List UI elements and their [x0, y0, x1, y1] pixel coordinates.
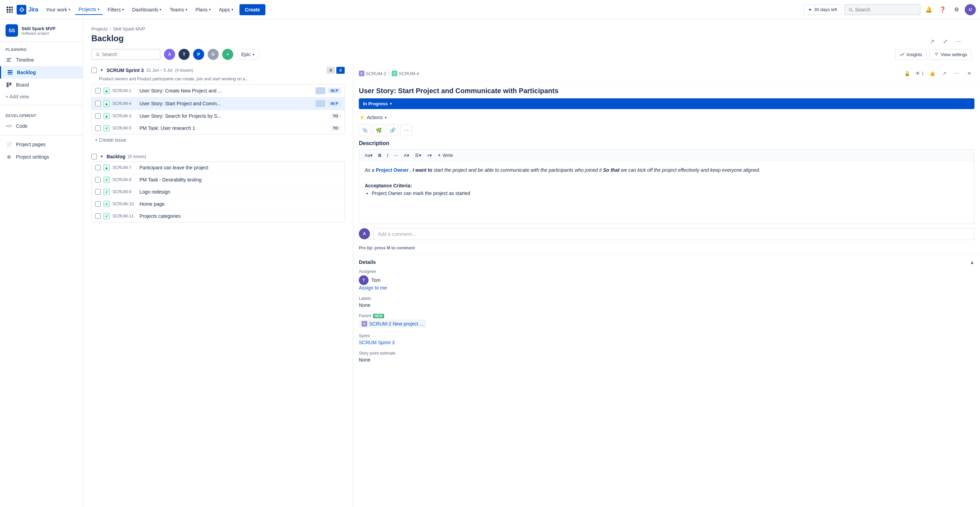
avatar-filter-4[interactable]: G — [208, 49, 219, 60]
sidebar-item-project-pages[interactable]: 📄 Project pages — [0, 138, 83, 151]
more-options-icon[interactable]: ⋯ — [953, 36, 963, 46]
close-icon[interactable]: ✕ — [964, 68, 974, 79]
nav-apps[interactable]: Apps ▾ — [216, 5, 237, 14]
avatar-filter-3[interactable]: P — [193, 49, 204, 60]
issue-checkbox[interactable] — [95, 213, 101, 219]
assign-to-me-button[interactable]: Assign to me — [359, 285, 974, 290]
breadcrumb-project-link[interactable]: Skill Spark MVP — [113, 26, 145, 32]
sidebar-item-board[interactable]: Board — [0, 79, 83, 91]
nav-filters[interactable]: Filters ▾ — [104, 5, 127, 14]
jira-logo-icon — [17, 5, 26, 14]
parent-issue-badge[interactable]: E SCRUM-2 New project ... — [359, 320, 426, 328]
more-icon[interactable]: ⋯ — [951, 68, 962, 79]
project-owner-link[interactable]: Project Owner — [376, 167, 409, 173]
issue-checkbox[interactable] — [95, 177, 101, 182]
global-search-bar[interactable] — [844, 4, 921, 15]
parent-label: Parent NEW — [359, 313, 974, 318]
list-button[interactable]: ☰▾ — [413, 152, 423, 159]
sidebar-item-timeline[interactable]: Timeline — [0, 54, 83, 66]
table-row[interactable]: ✓ SCRUM-8 PM Task - Desirability testing — [92, 174, 344, 186]
more-format-button[interactable]: ⋯ — [392, 152, 400, 159]
create-sprint-issue-button[interactable]: + Create issue — [91, 134, 345, 145]
avatar-filter-2[interactable]: T — [178, 49, 189, 60]
expand-icon[interactable]: ⤢ — [940, 36, 950, 46]
table-row[interactable]: ▲ SCRUM-3 User Story: Search for Project… — [92, 110, 344, 122]
table-row[interactable]: ▲ SCRUM-4 User Story: Start Project and … — [92, 97, 344, 110]
issue-checkbox[interactable] — [95, 101, 101, 106]
sprint-dates: 21 Jun – 5 Jul — [146, 68, 172, 73]
details-collapse-button[interactable]: ▲ — [970, 259, 974, 265]
search-input[interactable] — [855, 7, 916, 13]
nav-teams[interactable]: Teams ▾ — [166, 5, 190, 14]
backlog-search-bar[interactable] — [91, 49, 161, 60]
sidebar-divider-2 — [0, 135, 83, 136]
attachment-icon[interactable]: 📎 — [359, 124, 371, 136]
italic-button[interactable]: I — [385, 152, 390, 159]
actions-row[interactable]: ⚡ Actions ▾ — [353, 113, 980, 124]
ai-write-button[interactable]: ✦ Write — [435, 152, 455, 159]
create-button[interactable]: Create — [239, 4, 266, 15]
status-button[interactable]: In Progress ▾ — [359, 98, 974, 109]
insights-button[interactable]: Insights — [895, 49, 927, 60]
backlog-checkbox[interactable] — [91, 154, 97, 159]
grid-menu-icon[interactable] — [4, 4, 15, 15]
breadcrumb-scrum4[interactable]: S SCRUM-4 — [392, 71, 419, 76]
comment-input[interactable]: Add a comment... — [373, 228, 974, 240]
sidebar-project-header[interactable]: SS Skill Spark MVP Software project — [0, 19, 83, 42]
add-view-button[interactable]: + Add view — [0, 91, 83, 102]
trial-badge[interactable]: ✦ 30 days left — [803, 5, 842, 15]
avatar-filter-5[interactable]: + — [222, 49, 233, 60]
parent-value[interactable]: SCRUM-2 New project ... — [369, 321, 423, 327]
issue-checkbox[interactable] — [95, 88, 101, 94]
table-row[interactable]: ✓ SCRUM-11 Projects categories — [92, 210, 344, 222]
table-row[interactable]: ▲ SCRUM-1 User Story: Create New Project… — [92, 84, 344, 97]
epic-filter-button[interactable]: Epic ▾ — [237, 49, 259, 59]
editor-content[interactable]: As a Project Owner , I want to start the… — [359, 161, 974, 224]
watch-icon[interactable]: 👁 1 — [914, 68, 924, 79]
user-avatar[interactable]: U — [965, 4, 976, 15]
bold-button[interactable]: B — [376, 152, 383, 159]
share-icon[interactable]: ↗ — [927, 36, 937, 46]
sprint-value[interactable]: SCRUM Sprint 3 — [359, 340, 974, 345]
child-issues-icon[interactable]: 🌿 — [373, 124, 385, 136]
sidebar-item-backlog[interactable]: Backlog — [0, 66, 83, 79]
view-settings-button[interactable]: View settings — [929, 49, 972, 60]
issue-checkbox[interactable] — [95, 125, 101, 131]
lock-icon[interactable]: 🔒 — [902, 68, 912, 79]
text-color-button[interactable]: A▾ — [402, 152, 412, 159]
link-icon[interactable]: 🔗 — [387, 124, 398, 136]
settings-button[interactable]: ⚙ — [951, 4, 962, 15]
insert-button[interactable]: +▾ — [425, 152, 434, 159]
share-icon[interactable]: ↗ — [939, 68, 950, 79]
notifications-button[interactable]: 🔔 — [923, 4, 934, 15]
paragraph-format-button[interactable]: Aa▾ — [363, 152, 375, 159]
jira-logo[interactable]: Jira — [17, 5, 38, 14]
nav-dashboards[interactable]: Dashboards ▾ — [129, 5, 165, 14]
table-row[interactable]: ✓ SCRUM-9 Logo redesign — [92, 186, 344, 198]
sprint-checkbox[interactable] — [91, 67, 97, 73]
issue-checkbox[interactable] — [95, 201, 101, 207]
table-row[interactable]: ✓ SCRUM-5 PM Task: User research 1 TO — [92, 122, 344, 134]
description-editor[interactable]: Aa▾ B I ⋯ A▾ ☰▾ +▾ ✦ Write As a — [359, 149, 974, 224]
help-button[interactable]: ❓ — [937, 4, 948, 15]
table-row[interactable]: ✓ SCRUM-10 Home page — [92, 198, 344, 210]
breadcrumb-projects-link[interactable]: Projects — [91, 26, 108, 32]
avatar-filter-1[interactable]: A — [164, 49, 175, 60]
page-header: Projects / Skill Spark MVP Backlog ↗ ⤢ ⋯ — [83, 19, 980, 49]
sprint-header[interactable]: ▼ SCRUM Sprint 3 21 Jun – 5 Jul (4 issue… — [91, 64, 345, 76]
more-actions-icon[interactable]: ⋯ — [400, 124, 412, 136]
issue-checkbox[interactable] — [95, 189, 101, 195]
backlog-search-input[interactable] — [102, 52, 156, 57]
sidebar-item-project-settings[interactable]: ⚙ Project settings — [0, 151, 83, 163]
issue-checkbox[interactable] — [95, 165, 101, 171]
thumbs-up-icon[interactable]: 👍 — [927, 68, 937, 79]
issue-status-box — [316, 87, 325, 94]
issue-checkbox[interactable] — [95, 113, 101, 119]
backlog-section-header[interactable]: ▼ Backlog (5 issues) — [91, 151, 345, 161]
nav-projects[interactable]: Projects ▾ — [75, 5, 103, 15]
nav-plans[interactable]: Plans ▾ — [192, 5, 214, 14]
sidebar-item-code[interactable]: </> Code — [0, 120, 83, 132]
breadcrumb-scrum2[interactable]: E SCRUM-2 — [359, 71, 386, 76]
table-row[interactable]: ▲ SCRUM-7 Participant can leave the proj… — [92, 162, 344, 174]
nav-your-work[interactable]: Your work ▾ — [42, 5, 74, 14]
